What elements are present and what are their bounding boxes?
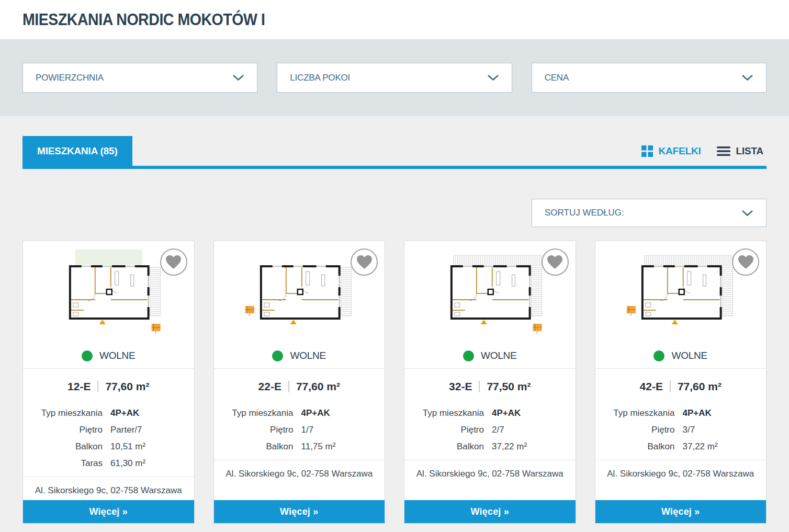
status-badge: WOLNE — [290, 350, 326, 361]
more-button[interactable]: Więcej » — [23, 500, 194, 523]
compass-icon — [245, 306, 254, 316]
detail-label: Piętro — [33, 425, 103, 435]
detail-value: 2/7 — [492, 425, 565, 435]
status-row: WOLNE — [595, 343, 767, 368]
unit-id: 32-E — [449, 380, 472, 393]
detail-rows: Typ mieszkania4P+AKPiętro3/7Balkon37,22 … — [606, 408, 756, 451]
favorite-button[interactable] — [542, 248, 569, 276]
status-badge: WOLNE — [99, 350, 136, 361]
detail-value: 37,22 m² — [492, 442, 565, 451]
favorite-button[interactable] — [732, 248, 759, 276]
address-text: Al. Sikorskiego 9c, 02-758 Warszawa — [404, 460, 576, 479]
favorite-button[interactable] — [160, 248, 187, 276]
detail-value: 1/7 — [301, 425, 375, 435]
list-icon — [717, 146, 730, 156]
unit-area: 77,50 m² — [487, 380, 531, 393]
detail-value: 10,51 m² — [110, 442, 184, 451]
title-divider — [97, 381, 98, 392]
view-toggle-lista[interactable]: LISTA — [717, 145, 763, 157]
filter-bar: POWIERZCHNIA LICZBA POKOI CENA — [0, 39, 789, 116]
tab-mieszkania[interactable]: MIESZKANIA (85) — [22, 136, 132, 166]
more-button[interactable]: Więcej » — [214, 500, 385, 523]
filter-label: POWIERZCHNIA — [36, 73, 104, 83]
view-toggle-label: LISTA — [736, 145, 763, 157]
unit-id: 42-E — [640, 380, 663, 393]
filter-powierzchnia[interactable]: POWIERZCHNIA — [22, 63, 257, 93]
sort-select[interactable]: SORTUJ WEDŁUG: — [532, 199, 767, 227]
floor-plan-area — [595, 241, 767, 343]
detail-value: Parter/7 — [110, 425, 184, 435]
favorite-button[interactable] — [351, 248, 378, 276]
compass-icon — [152, 324, 161, 334]
filter-cena[interactable]: CENA — [532, 63, 767, 93]
detail-value: 4P+AK — [683, 408, 756, 418]
address-section: Al. Sikorskiego 9c, 02-758 Warszawa Więc… — [23, 477, 194, 523]
floor-plan-area — [404, 241, 576, 343]
detail-value: 37,22 m² — [683, 442, 756, 451]
detail-label: Balkon — [224, 442, 294, 451]
sort-label: SORTUJ WEDŁUG: — [545, 208, 624, 218]
heart-icon — [547, 255, 563, 269]
entrance-marker — [481, 320, 487, 324]
detail-value: 4P+AK — [492, 408, 565, 418]
chevron-down-icon — [741, 210, 753, 217]
card-details: 22-E 77,60 m² Typ mieszkania4P+AKPiętro1… — [214, 368, 385, 460]
entrance-marker — [671, 320, 678, 324]
more-button[interactable]: Więcej » — [404, 500, 576, 523]
title-divider — [479, 381, 480, 392]
status-dot-icon — [272, 350, 283, 361]
detail-label: Taras — [33, 458, 103, 468]
detail-label: Piętro — [415, 425, 484, 435]
detail-value: 4P+AK — [110, 408, 184, 418]
sort-row: SORTUJ WEDŁUG: — [22, 199, 767, 227]
address-text: Al. Sikorskiego 9c, 02-758 Warszawa — [595, 460, 767, 479]
view-toggle-kafelki[interactable]: KAFELKI — [641, 145, 701, 157]
card-title: 12-E 77,60 m² — [33, 380, 184, 393]
status-dot-icon — [463, 350, 474, 361]
detail-label: Balkon — [33, 442, 103, 451]
card-details: 12-E 77,60 m² Typ mieszkania4P+AKPiętroP… — [23, 368, 194, 477]
grid-icon — [641, 145, 653, 157]
detail-label: Typ mieszkania — [415, 408, 484, 418]
heart-icon — [356, 255, 373, 269]
status-dot-icon — [82, 350, 93, 361]
detail-label: Typ mieszkania — [33, 408, 103, 418]
apartment-card: WOLNE 12-E 77,60 m² Typ mieszkania4P+AKP… — [22, 241, 195, 524]
heart-icon — [165, 255, 182, 269]
detail-rows: Typ mieszkania4P+AKPiętro1/7Balkon11,75 … — [224, 408, 375, 451]
address-section: Al. Sikorskiego 9c, 02-758 Warszawa Więc… — [595, 460, 767, 523]
address-section: Al. Sikorskiego 9c, 02-758 Warszawa Więc… — [214, 460, 385, 523]
detail-label: Typ mieszkania — [224, 408, 294, 418]
detail-rows: Typ mieszkania4P+AKPiętro2/7Balkon37,22 … — [415, 408, 565, 451]
unit-area: 77,60 m² — [678, 380, 722, 393]
chevron-down-icon — [487, 74, 499, 81]
compass-icon — [533, 324, 542, 334]
unit-id: 22-E — [258, 380, 281, 393]
more-button[interactable]: Więcej » — [595, 500, 767, 523]
detail-value: 4P+AK — [301, 408, 375, 418]
card-title: 22-E 77,60 m² — [224, 380, 375, 393]
status-row: WOLNE — [404, 343, 576, 368]
detail-rows: Typ mieszkania4P+AKPiętroParter/7Balkon1… — [33, 408, 184, 468]
detail-label: Balkon — [415, 442, 484, 451]
filter-liczba-pokoi[interactable]: LICZBA POKOI — [277, 63, 512, 93]
filter-label: CENA — [545, 73, 569, 83]
detail-value: 61,30 m² — [110, 458, 184, 468]
detail-value: 3/7 — [683, 425, 756, 435]
unit-area: 77,60 m² — [105, 380, 149, 393]
cards-grid: WOLNE 12-E 77,60 m² Typ mieszkania4P+AKP… — [22, 241, 767, 524]
tab-row: MIESZKANIA (85) KAFELKI — [22, 136, 767, 169]
detail-value: 11,75 m² — [301, 442, 375, 451]
apartment-card: WOLNE 42-E 77,60 m² Typ mieszkania4P+AKP… — [595, 241, 767, 524]
heart-icon — [738, 255, 754, 269]
page-header: MIESZKANIA NORDIC MOKOTÓW I — [0, 0, 789, 39]
title-divider — [288, 381, 289, 392]
filter-label: LICZBA POKOI — [290, 73, 350, 83]
title-divider — [670, 381, 671, 392]
status-row: WOLNE — [23, 343, 194, 368]
apartment-card: WOLNE 32-E 77,50 m² Typ mieszkania4P+AKP… — [404, 241, 576, 524]
unit-area: 77,60 m² — [296, 380, 340, 393]
address-section: Al. Sikorskiego 9c, 02-758 Warszawa Więc… — [404, 460, 576, 523]
view-toggle-label: KAFELKI — [659, 145, 701, 157]
address-text: Al. Sikorskiego 9c, 02-758 Warszawa — [23, 477, 194, 496]
